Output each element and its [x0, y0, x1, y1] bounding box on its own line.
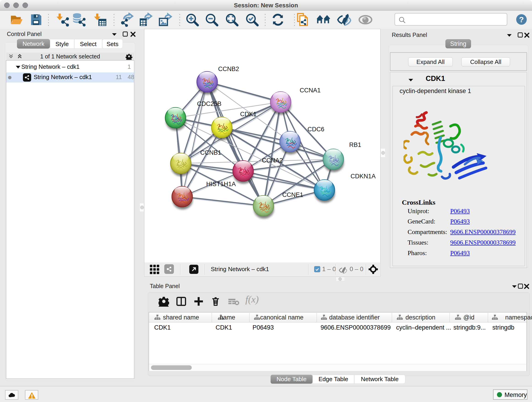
svg-text:HIST1H1A: HIST1H1A [206, 181, 236, 187]
svg-text:CCNE1: CCNE1 [282, 191, 303, 198]
svg-text:RB1: RB1 [349, 141, 361, 148]
svg-text:CDKN1A: CDKN1A [351, 173, 376, 180]
svg-text:CCNA2: CCNA2 [262, 157, 283, 164]
svg-text:CCNA1: CCNA1 [300, 87, 321, 94]
svg-text:CCNB1: CCNB1 [200, 149, 221, 156]
svg-text:CDC25B: CDC25B [197, 100, 222, 107]
svg-text:CCNB2: CCNB2 [218, 65, 239, 72]
svg-text:CDK1: CDK1 [240, 111, 257, 118]
svg-text:CDC6: CDC6 [307, 126, 324, 133]
